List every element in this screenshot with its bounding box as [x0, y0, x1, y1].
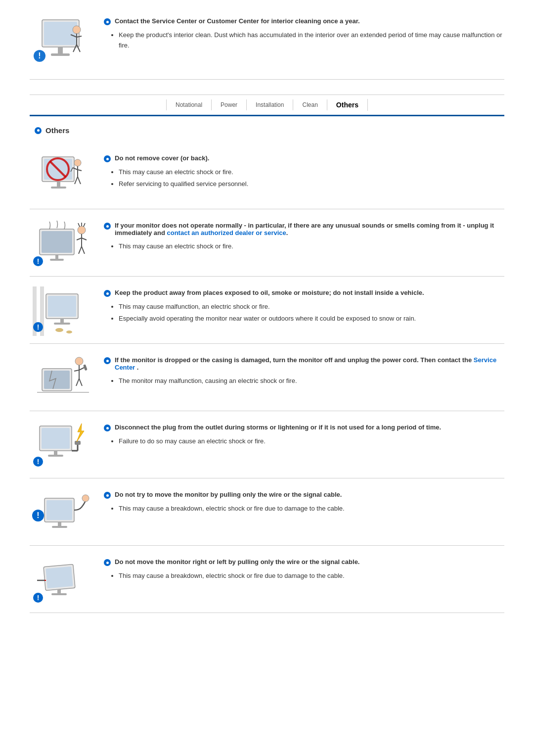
svg-text:!: !: [37, 257, 40, 265]
nav-notational[interactable]: Notational: [166, 99, 212, 110]
svg-rect-43: [48, 296, 76, 317]
svg-point-73: [82, 495, 89, 502]
warning-move-sideways: ! Do not move the monitor right or left …: [30, 548, 504, 613]
illus-no-cover: [30, 152, 94, 201]
svg-point-46: [55, 328, 63, 332]
svg-rect-26: [42, 231, 72, 253]
illus-move-sideways: !: [30, 556, 94, 605]
top-illustration: !: [30, 15, 94, 69]
nav-bar: Notational Power Installation Clean Othe…: [30, 94, 504, 116]
svg-rect-17: [51, 187, 66, 189]
dot-dropped: [104, 357, 111, 364]
nav-installation[interactable]: Installation: [247, 99, 293, 110]
svg-rect-45: [54, 323, 70, 325]
svg-rect-63: [48, 455, 63, 457]
nav-others[interactable]: Others: [327, 99, 368, 111]
dot-oil-smoke: [104, 290, 111, 297]
svg-text:!: !: [38, 51, 41, 60]
svg-rect-77: [45, 567, 73, 588]
content-move-sideways: Do not move the monitor right or left by…: [104, 556, 504, 583]
content-storms: Disconnect the plug from the outlet duri…: [104, 421, 504, 448]
svg-line-56: [74, 370, 79, 371]
svg-text:!: !: [37, 511, 39, 520]
top-bullets: Keep the product's interior clean. Dust …: [104, 30, 504, 51]
content-pull-wire: Do not try to move the monitor by pullin…: [104, 488, 504, 516]
title-abnormal: If your monitor does not operate normall…: [104, 222, 504, 236]
svg-text:!: !: [37, 458, 40, 466]
svg-rect-1: [44, 22, 77, 45]
dot-no-cover: [104, 155, 111, 162]
svg-point-4: [73, 26, 81, 34]
svg-line-34: [79, 246, 82, 254]
svg-rect-2: [58, 47, 63, 54]
bullets-abnormal: This may cause an electric shock or fire…: [104, 241, 504, 252]
svg-line-24: [78, 177, 81, 184]
top-content: Contact the Service Center or Customer C…: [104, 15, 504, 52]
warning-pull-wire: ! Do not try to move the monitor by pull…: [30, 481, 504, 546]
svg-point-47: [66, 331, 72, 333]
content-dropped: If the monitor is dropped or the casing …: [104, 354, 504, 388]
section-heading: Others: [35, 126, 504, 135]
bullets-pull-wire: This may cause a breakdown, electric sho…: [104, 504, 504, 514]
content-no-cover: Do not remove cover (or back). This may …: [104, 152, 504, 191]
content-oil-smoke: Keep the product away from places expose…: [104, 286, 504, 326]
warning-no-cover: Do not remove cover (or back). This may …: [30, 144, 504, 209]
content-abnormal: If your monitor does not operate normall…: [104, 219, 504, 253]
bullets-move-sideways: This may cause a breakdown, electric sho…: [104, 571, 504, 581]
svg-line-30: [84, 223, 85, 227]
svg-line-54: [79, 368, 84, 370]
nav-clean[interactable]: Clean: [293, 99, 327, 110]
warning-storms: ! Disconnect the plug from the outlet du…: [30, 414, 504, 478]
link-authorized-dealer[interactable]: contact an authorized dealer or service: [167, 229, 286, 236]
svg-line-32: [77, 238, 82, 240]
illus-dropped: [30, 354, 94, 403]
svg-rect-37: [50, 259, 64, 261]
svg-line-22: [78, 170, 82, 171]
title-no-cover: Do not remove cover (or back).: [104, 154, 504, 162]
illus-oil-smoke: !: [30, 286, 94, 336]
svg-rect-64: [75, 441, 81, 445]
top-title: Contact the Service Center or Customer C…: [104, 17, 504, 25]
svg-rect-3: [51, 53, 70, 56]
svg-rect-51: [44, 371, 70, 389]
title-pull-wire: Do not try to move the monitor by pullin…: [104, 491, 504, 499]
svg-line-23: [75, 177, 78, 184]
svg-point-27: [78, 226, 86, 234]
title-oil-smoke: Keep the product away from places expose…: [104, 289, 504, 297]
dot-pull-wire: [104, 492, 111, 499]
svg-line-57: [76, 378, 79, 386]
dot-storms: [104, 425, 111, 431]
warning-abnormal: ! If your monitor does not operate norma…: [30, 212, 504, 277]
svg-point-52: [75, 357, 83, 365]
title-storms: Disconnect the plug from the outlet duri…: [104, 424, 504, 431]
section-blue-dot: [35, 127, 42, 134]
illus-abnormal: !: [30, 219, 94, 269]
svg-rect-72: [52, 526, 67, 528]
svg-rect-79: [51, 593, 67, 595]
illus-storms: !: [30, 421, 94, 471]
svg-text:!: !: [37, 594, 40, 602]
top-section: ! Contact the Service Center or Customer…: [30, 15, 504, 80]
title-move-sideways: Do not move the monitor right or left by…: [104, 558, 504, 566]
warning-dropped: If the monitor is dropped or the casing …: [30, 346, 504, 411]
svg-line-58: [79, 378, 82, 386]
svg-point-18: [74, 159, 81, 166]
bullets-storms: Failure to do so may cause an electric s…: [104, 436, 504, 447]
bullets-no-cover: This may cause an electric shock or fire…: [104, 167, 504, 189]
svg-line-28: [78, 223, 80, 227]
warning-oil-smoke: ! Keep the product away from places expo…: [30, 279, 504, 344]
dot-move-sideways: [104, 559, 111, 566]
svg-text:!: !: [37, 323, 40, 331]
illus-pull-wire: !: [30, 488, 94, 538]
title-dropped: If the monitor is dropped or the casing …: [104, 356, 504, 371]
svg-line-33: [82, 238, 87, 240]
svg-rect-61: [42, 428, 70, 449]
svg-line-35: [82, 246, 85, 254]
svg-rect-70: [46, 500, 72, 520]
bullets-dropped: The monitor may malfunction, causing an …: [104, 376, 504, 386]
dot-abnormal: [104, 223, 111, 230]
bullets-oil-smoke: This may cause malfunction, an electric …: [104, 302, 504, 324]
nav-power[interactable]: Power: [212, 99, 247, 110]
blue-dot-top: [104, 18, 111, 25]
